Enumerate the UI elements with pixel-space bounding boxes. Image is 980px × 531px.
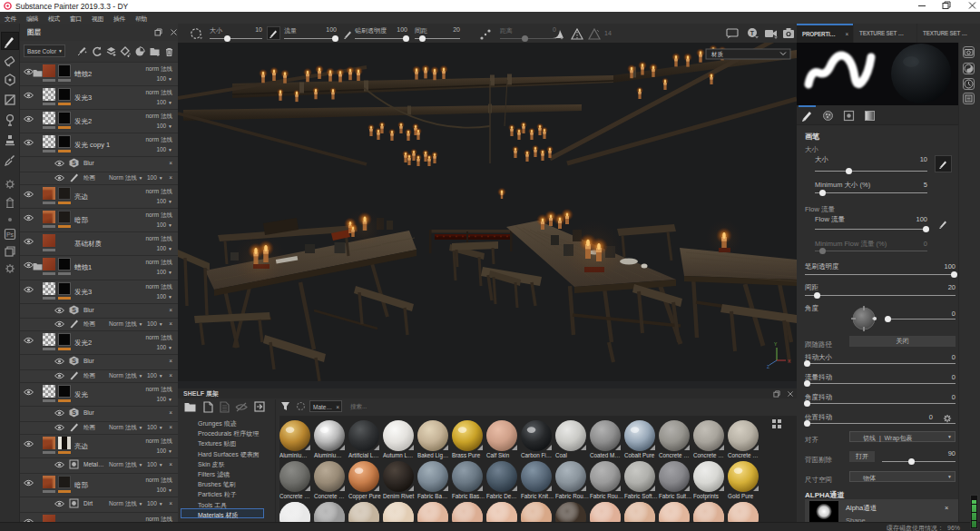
svg-text:Fabric Ba…: Fabric Ba… bbox=[417, 493, 447, 499]
svg-text:S: S bbox=[72, 160, 76, 166]
svg-text:Concrete …: Concrete … bbox=[279, 493, 310, 499]
svg-text:Z: Z bbox=[767, 364, 769, 369]
svg-text:Concrete …: Concrete … bbox=[659, 452, 690, 458]
svg-text:Fabric Suit…: Fabric Suit… bbox=[659, 493, 691, 499]
svg-text:S: S bbox=[72, 409, 76, 416]
svg-text:Concrete …: Concrete … bbox=[693, 452, 724, 458]
svg-text:Ps: Ps bbox=[6, 231, 15, 238]
svg-text:Coated M…: Coated M… bbox=[590, 452, 621, 458]
svg-text:Fabric Knit…: Fabric Knit… bbox=[521, 493, 554, 499]
svg-text:S: S bbox=[72, 358, 76, 364]
svg-text:Gold Pure: Gold Pure bbox=[728, 493, 754, 499]
svg-text:Calf Skin: Calf Skin bbox=[486, 452, 510, 458]
svg-text:Cobalt Pure: Cobalt Pure bbox=[624, 452, 655, 458]
svg-text:T: T bbox=[750, 30, 755, 36]
svg-text:Denim Rivet: Denim Rivet bbox=[383, 493, 415, 499]
svg-text:Fabric Rou…: Fabric Rou… bbox=[590, 493, 623, 499]
svg-text:S: S bbox=[72, 307, 76, 313]
svg-text:Artificial L…: Artificial L… bbox=[348, 452, 379, 458]
svg-text:材质: 材质 bbox=[710, 51, 724, 58]
svg-text:Fabric Soft…: Fabric Soft… bbox=[624, 493, 658, 499]
svg-text:Aluminiu…: Aluminiu… bbox=[314, 452, 341, 458]
svg-text:Fabric De…: Fabric De… bbox=[486, 493, 517, 499]
svg-text:Coal: Coal bbox=[555, 452, 567, 458]
svg-text:Autumn L…: Autumn L… bbox=[383, 452, 413, 458]
svg-text:Baked Lig…: Baked Lig… bbox=[417, 452, 448, 459]
svg-text:Fabric Rou…: Fabric Rou… bbox=[555, 493, 589, 499]
svg-text:Copper Pure: Copper Pure bbox=[348, 493, 381, 500]
svg-text:Aluminiu…: Aluminiu… bbox=[279, 452, 307, 458]
svg-text:Concrete …: Concrete … bbox=[728, 452, 759, 458]
svg-text:Carbon Fi…: Carbon Fi… bbox=[521, 452, 552, 458]
svg-text:Footprints: Footprints bbox=[693, 493, 719, 500]
svg-text:Concrete …: Concrete … bbox=[314, 493, 345, 499]
svg-text:Fabric Bas…: Fabric Bas… bbox=[452, 493, 485, 499]
svg-text:Brass Pure: Brass Pure bbox=[452, 452, 481, 458]
